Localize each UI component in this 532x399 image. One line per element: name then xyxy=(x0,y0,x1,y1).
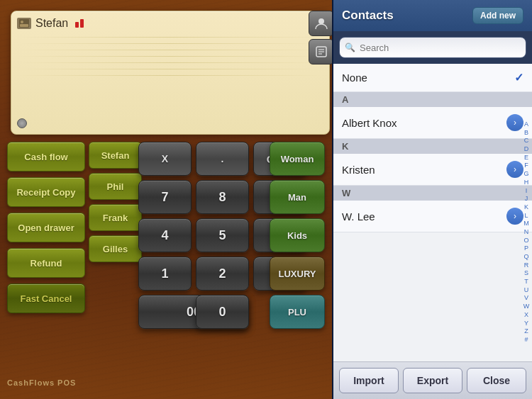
luxury-button[interactable]: LUXURY xyxy=(270,257,325,291)
logo-text: CashFlows POS xyxy=(7,378,76,387)
name-buttons: Stefan Phil Frank Gilles xyxy=(89,142,142,262)
alpha-e[interactable]: E xyxy=(524,154,528,162)
section-w: W xyxy=(333,186,532,201)
receipt-icons xyxy=(309,11,334,64)
contact-icon-btn[interactable] xyxy=(309,11,334,36)
alpha-u[interactable]: U xyxy=(524,286,529,295)
woman-button[interactable]: Woman xyxy=(270,142,325,176)
search-bar: 🔍 xyxy=(333,31,532,64)
export-button[interactable]: Export xyxy=(403,368,462,393)
alpha-m[interactable]: M xyxy=(523,220,529,228)
alpha-c[interactable]: C xyxy=(524,137,529,145)
alpha-s[interactable]: S xyxy=(524,269,528,278)
contacts-list[interactable]: None ✓ A Albert Knox › K Kristen › W W. … xyxy=(333,64,532,361)
svg-point-3 xyxy=(318,18,324,24)
alpha-r[interactable]: R xyxy=(524,262,529,270)
alpha-d[interactable]: D xyxy=(524,145,529,154)
x-button[interactable]: X xyxy=(138,142,192,176)
alpha-hash[interactable]: # xyxy=(524,336,528,344)
plu-button[interactable]: PLU xyxy=(270,295,325,329)
contact-albert-knox[interactable]: Albert Knox › xyxy=(333,107,532,139)
alpha-g[interactable]: G xyxy=(523,170,528,179)
import-button[interactable]: Import xyxy=(339,368,399,393)
albert-knox-name: Albert Knox xyxy=(342,117,397,129)
receipt-lines xyxy=(17,37,323,76)
alpha-f[interactable]: F xyxy=(524,162,528,170)
signal-bars xyxy=(75,19,84,28)
person-icon xyxy=(17,18,31,29)
alpha-t[interactable]: T xyxy=(524,278,528,286)
section-k: K xyxy=(333,139,532,154)
contact-kristen[interactable]: Kristen › xyxy=(333,154,532,186)
stefan-button[interactable]: Stefan xyxy=(89,142,142,169)
main-background: Stefan xyxy=(0,0,532,399)
search-input[interactable] xyxy=(339,37,526,58)
alphabet-sidebar: A B C D E F G H I J K L M N O P Q R S T xyxy=(521,120,532,344)
frank-button[interactable]: Frank xyxy=(89,204,142,231)
alpha-o[interactable]: O xyxy=(523,237,528,245)
man-button[interactable]: Man xyxy=(270,180,325,214)
alpha-j[interactable]: J xyxy=(525,195,528,203)
close-button[interactable]: Close xyxy=(467,368,526,393)
note-icon-btn[interactable] xyxy=(309,39,334,64)
alpha-q[interactable]: Q xyxy=(523,253,528,262)
alpha-k[interactable]: K xyxy=(524,203,528,212)
receipt-line-4 xyxy=(17,56,323,57)
dot-button[interactable]: . xyxy=(196,142,249,176)
alpha-z[interactable]: Z xyxy=(524,327,528,336)
alpha-n[interactable]: N xyxy=(524,228,529,237)
0-button[interactable]: 0 xyxy=(196,295,249,329)
section-a: A xyxy=(333,92,532,107)
1-button[interactable]: 1 xyxy=(138,257,192,291)
add-new-button[interactable]: Add new xyxy=(472,7,523,24)
svg-rect-1 xyxy=(21,21,23,23)
contacts-title: Contacts xyxy=(342,9,394,23)
receipt-name: Stefan xyxy=(35,17,68,30)
8-button[interactable]: 8 xyxy=(196,180,249,214)
receipt-line-7 xyxy=(17,75,323,76)
contact-none[interactable]: None ✓ xyxy=(333,64,532,92)
checkmark-icon: ✓ xyxy=(514,71,523,84)
contact-w-lee[interactable]: W. Lee › xyxy=(333,201,532,232)
alpha-a[interactable]: A xyxy=(524,120,528,129)
kids-button[interactable]: Kids xyxy=(270,218,325,252)
search-icon: 🔍 xyxy=(345,43,355,52)
alpha-w[interactable]: W xyxy=(523,303,530,311)
gilles-button[interactable]: Gilles xyxy=(89,235,142,262)
phil-button[interactable]: Phil xyxy=(89,173,142,200)
7-button[interactable]: 7 xyxy=(138,180,192,214)
receipt-copy-button[interactable]: Receipt Copy xyxy=(7,177,85,207)
receipt-header: Stefan xyxy=(17,17,323,33)
alpha-l[interactable]: L xyxy=(524,212,528,220)
alpha-v[interactable]: V xyxy=(524,294,528,303)
contacts-panel: Contacts Add new 🔍 None ✓ A Albert Knox … xyxy=(332,0,532,399)
contacts-footer: Import Export Close xyxy=(333,361,532,399)
open-drawer-button[interactable]: Open drawer xyxy=(7,213,85,242)
search-wrapper: 🔍 xyxy=(339,37,526,58)
alpha-x[interactable]: X xyxy=(524,311,528,320)
kristen-name: Kristen xyxy=(342,164,375,176)
category-buttons: Woman Man Kids LUXURY PLU xyxy=(270,142,325,329)
contacts-header: Contacts Add new xyxy=(333,0,532,31)
logo-area: CashFlows POS xyxy=(7,372,78,393)
cash-flow-button[interactable]: Cash flow xyxy=(7,142,85,172)
alpha-h[interactable]: H xyxy=(524,179,529,187)
receipt-line-6 xyxy=(17,69,323,69)
receipt-line-2 xyxy=(17,43,323,44)
receipt-screw xyxy=(17,118,27,128)
refund-button[interactable]: Refund xyxy=(7,248,85,278)
alpha-b[interactable]: B xyxy=(524,129,528,137)
5-button[interactable]: 5 xyxy=(196,218,249,252)
alpha-y[interactable]: Y xyxy=(524,320,528,328)
contact-none-name: None xyxy=(342,72,367,84)
alpha-p[interactable]: P xyxy=(524,245,528,253)
w-lee-name: W. Lee xyxy=(342,210,375,223)
alpha-i[interactable]: I xyxy=(526,187,528,196)
svg-rect-2 xyxy=(20,24,28,27)
bar1 xyxy=(75,22,79,28)
receipt-line-3 xyxy=(17,50,323,50)
2-button[interactable]: 2 xyxy=(196,257,249,291)
fast-cancel-button[interactable]: Fast Cancel xyxy=(7,283,85,313)
4-button[interactable]: 4 xyxy=(138,218,192,252)
receipt-line-5 xyxy=(17,62,323,63)
